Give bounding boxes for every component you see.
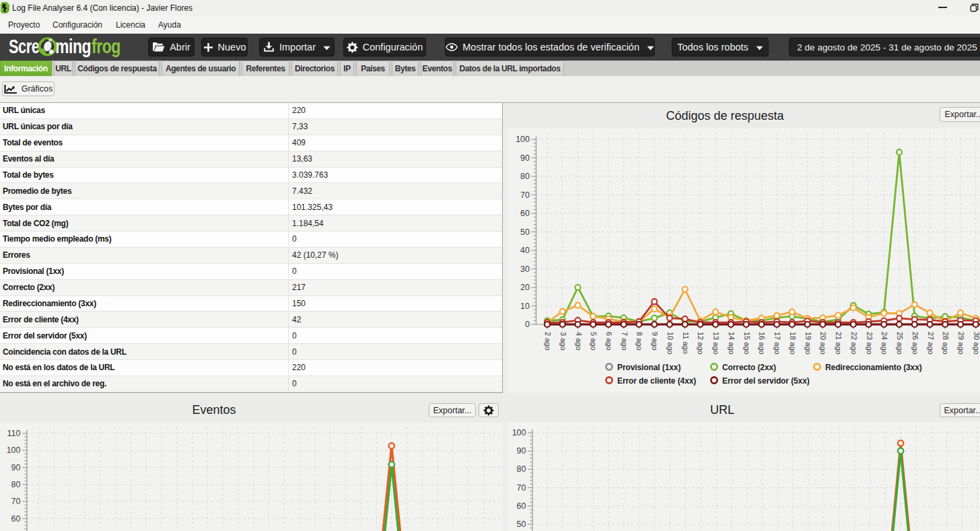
svg-text:30 ago: 30 ago — [973, 332, 980, 355]
svg-text:100: 100 — [512, 428, 526, 437]
svg-text:11 ago: 11 ago — [682, 332, 690, 354]
svg-text:22 ago: 22 ago — [850, 332, 858, 355]
svg-text:25 ago: 25 ago — [896, 332, 904, 355]
svg-text:90: 90 — [520, 153, 530, 163]
svg-text:70: 70 — [517, 483, 526, 493]
svg-text:3 ago: 3 ago — [559, 332, 567, 351]
svg-text:50: 50 — [520, 227, 530, 237]
svg-text:Correcto (2xx): Correcto (2xx) — [722, 363, 776, 372]
svg-text:60: 60 — [520, 209, 530, 218]
svg-text:8 ago: 8 ago — [635, 332, 643, 351]
svg-text:9 ago: 9 ago — [651, 332, 659, 351]
svg-text:12 ago: 12 ago — [697, 332, 705, 355]
svg-text:Provisional (1xx): Provisional (1xx) — [617, 363, 680, 372]
svg-text:0: 0 — [525, 320, 530, 329]
svg-text:16 ago: 16 ago — [758, 332, 766, 355]
svg-text:40: 40 — [520, 246, 530, 255]
svg-text:20 ago: 20 ago — [819, 332, 827, 355]
svg-text:80: 80 — [11, 480, 21, 489]
svg-text:18 ago: 18 ago — [789, 332, 797, 355]
svg-text:30: 30 — [520, 264, 530, 274]
svg-text:70: 70 — [11, 497, 21, 506]
svg-text:20: 20 — [520, 283, 530, 292]
svg-text:19 ago: 19 ago — [804, 332, 812, 355]
svg-text:4 ago: 4 ago — [575, 332, 583, 351]
svg-text:6 ago: 6 ago — [605, 332, 613, 351]
svg-text:5 ago: 5 ago — [590, 332, 598, 351]
svg-text:110: 110 — [7, 429, 21, 438]
svg-text:29 ago: 29 ago — [957, 332, 965, 355]
svg-text:27 ago: 27 ago — [927, 332, 935, 355]
svg-text:60: 60 — [517, 501, 526, 511]
svg-text:90: 90 — [11, 463, 21, 472]
svg-text:50: 50 — [517, 520, 526, 529]
svg-text:26 ago: 26 ago — [911, 332, 919, 355]
svg-text:24 ago: 24 ago — [880, 332, 888, 355]
svg-text:2 ago: 2 ago — [544, 332, 552, 351]
svg-text:Error del servidor (5xx): Error del servidor (5xx) — [722, 376, 810, 386]
svg-text:Error de cliente (4xx): Error de cliente (4xx) — [617, 376, 696, 386]
svg-text:80: 80 — [520, 172, 530, 181]
svg-text:17 ago: 17 ago — [773, 332, 781, 355]
svg-text:28 ago: 28 ago — [942, 332, 950, 355]
svg-text:13 ago: 13 ago — [712, 332, 720, 355]
svg-text:80: 80 — [517, 464, 526, 474]
svg-text:60: 60 — [11, 514, 21, 524]
svg-text:90: 90 — [517, 446, 526, 456]
svg-text:7 ago: 7 ago — [621, 332, 629, 351]
svg-text:10 ago: 10 ago — [666, 332, 674, 355]
svg-text:23 ago: 23 ago — [866, 332, 874, 355]
svg-text:21 ago: 21 ago — [835, 332, 843, 355]
svg-text:100: 100 — [7, 446, 21, 455]
svg-text:70: 70 — [520, 190, 530, 200]
svg-text:15 ago: 15 ago — [743, 332, 751, 355]
svg-text:14 ago: 14 ago — [728, 332, 736, 355]
svg-text:100: 100 — [516, 135, 530, 144]
svg-text:10: 10 — [520, 302, 530, 311]
svg-text:Redireccionamiento (3xx): Redireccionamiento (3xx) — [825, 363, 922, 372]
